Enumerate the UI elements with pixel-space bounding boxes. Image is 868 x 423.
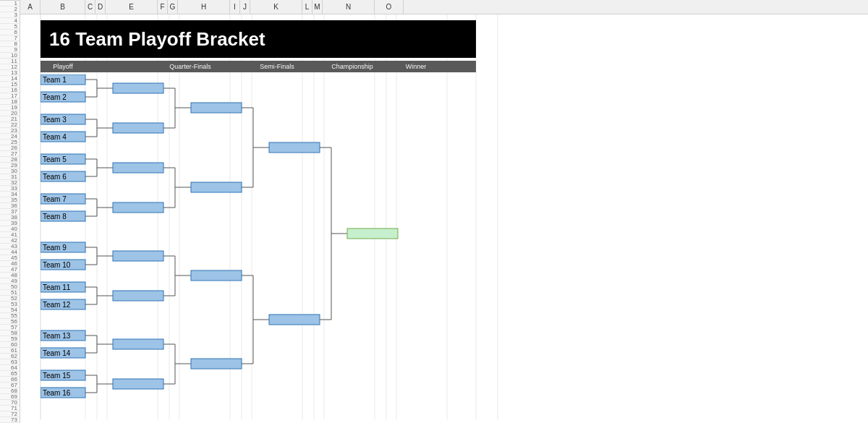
svg-rect-34 [41,211,85,221]
svg-rect-121 [269,315,320,325]
svg-rect-26 [41,132,85,142]
svg-rect-87 [113,202,163,213]
col-header-c: C [85,0,95,14]
svg-rect-120 [269,142,320,153]
col-header-l: L [302,0,312,14]
svg-rect-89 [113,291,163,301]
svg-text:Team 7: Team 7 [43,195,67,203]
svg-text:Team 10: Team 10 [43,261,71,269]
svg-text:Team 16: Team 16 [43,389,71,397]
title-block: 16 Team Playoff Bracket [41,20,476,58]
svg-rect-38 [41,260,85,270]
col-header-h: H [178,0,230,14]
svg-rect-40 [41,282,85,292]
svg-rect-36 [41,242,85,252]
bracket-area: 16 Team Playoff Bracket Playoff Quarter-… [20,14,527,419]
svg-rect-108 [191,103,242,113]
col-header-m: M [312,0,323,14]
header-qf: Quarter-Finals [155,63,226,70]
row-numbers: 1234567891011121314151617181920212223242… [0,0,20,423]
col-header-g: G [168,0,178,14]
spreadsheet: 1234567891011121314151617181920212223242… [0,0,868,423]
svg-rect-22 [41,92,85,102]
svg-text:Team 11: Team 11 [43,283,71,291]
header-winner: Winner [391,63,441,70]
svg-rect-28 [41,154,85,164]
svg-rect-42 [41,299,85,309]
svg-rect-32 [41,194,85,204]
svg-rect-46 [41,348,85,358]
col-headers: ABCDEFGHIJKLMNO [20,0,868,14]
col-header-j: J [240,0,250,14]
main-content: ABCDEFGHIJKLMNO [20,0,868,423]
col-header-d: D [95,0,106,14]
title: 16 Team Playoff Bracket [49,28,265,51]
header-championship: Championship [327,63,378,70]
svg-text:Team 5: Team 5 [43,155,67,163]
svg-rect-111 [191,359,242,369]
header-playoff: Playoff [41,63,85,70]
svg-rect-85 [113,123,163,133]
grid-svg [20,14,527,419]
svg-text:Team 13: Team 13 [43,332,71,340]
svg-rect-24 [41,114,85,124]
col-header-f: F [158,0,168,14]
header-row: Playoff Quarter-Finals Semi-Finals Champ… [41,61,476,72]
svg-rect-109 [191,182,242,192]
svg-text:Team 4: Team 4 [43,133,67,141]
svg-rect-84 [113,83,163,93]
svg-rect-48 [41,370,85,380]
svg-text:Team 9: Team 9 [43,244,67,252]
col-header-b: B [41,0,85,14]
svg-rect-50 [41,388,85,398]
svg-rect-20 [41,74,85,85]
svg-text:Team 12: Team 12 [43,301,71,309]
bracket-svg: Team 1 Team 2 Team 3 Team 4 Team 5 Team … [41,74,496,414]
col-header-o: O [375,0,404,14]
svg-rect-30 [41,171,85,181]
svg-rect-86 [113,163,163,173]
svg-rect-88 [113,251,163,261]
svg-text:Team 14: Team 14 [43,349,71,357]
col-header-e: E [106,0,158,14]
svg-rect-90 [113,339,163,349]
svg-rect-126 [347,228,398,239]
svg-text:Team 8: Team 8 [43,213,67,221]
col-header-a: A [20,0,41,14]
col-header-i: I [230,0,240,14]
col-header-n: N [323,0,375,14]
svg-rect-91 [113,379,163,389]
svg-text:Team 1: Team 1 [43,76,67,84]
svg-text:Team 3: Team 3 [43,116,67,124]
svg-rect-110 [191,270,242,281]
svg-text:Team 2: Team 2 [43,93,67,101]
header-sf: Semi-Finals [252,63,302,70]
svg-rect-44 [41,330,85,341]
col-header-k: K [250,0,302,14]
svg-text:Team 6: Team 6 [43,173,67,181]
svg-text:Team 15: Team 15 [43,372,71,380]
